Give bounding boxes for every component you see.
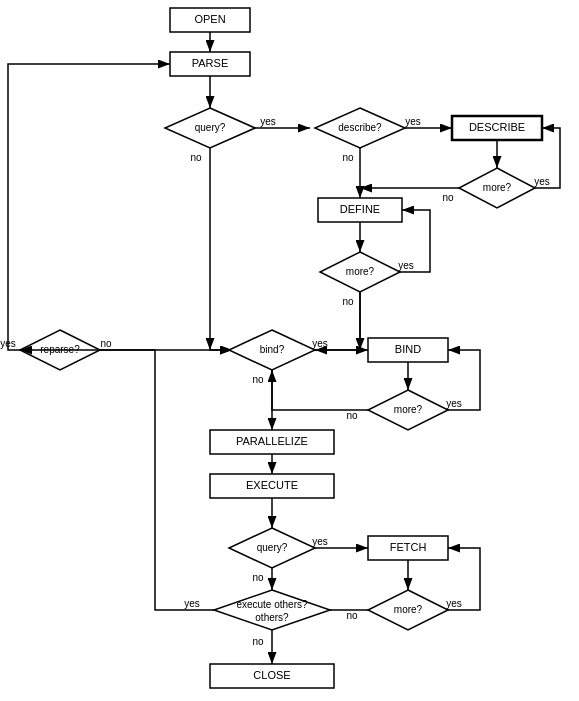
query2-yes-label: yes [312, 536, 328, 547]
more3-yes-label: yes [446, 398, 462, 409]
describe-q-no-label: no [342, 152, 354, 163]
execute-others-diamond [214, 590, 330, 630]
more1-label: more? [483, 182, 512, 193]
close-label: CLOSE [253, 669, 290, 681]
more1-yes-label: yes [534, 176, 550, 187]
more2-no-label: no [342, 296, 354, 307]
query2-no-label: no [252, 572, 264, 583]
query1-yes-label: yes [260, 116, 276, 127]
execute-others-label2: others? [255, 612, 289, 623]
execute-label: EXECUTE [246, 479, 298, 491]
execute-others-no-label: no [252, 636, 264, 647]
more1-no-label: no [442, 192, 454, 203]
bind-q-yes-label: yes [312, 338, 328, 349]
more2-yes-label: yes [398, 260, 414, 271]
arrow-reparse-yes-parse [8, 64, 170, 350]
parallelize-label: PARALLELIZE [236, 435, 308, 447]
bind-label: BIND [395, 343, 421, 355]
bind-q-no-label: no [252, 374, 264, 385]
bind-q-label: bind? [260, 344, 285, 355]
execute-others-yes-label: yes [184, 598, 200, 609]
describe-q-yes-label: yes [405, 116, 421, 127]
more3-no-label: no [346, 410, 358, 421]
more4-label: more? [394, 604, 423, 615]
more2-label: more? [346, 266, 375, 277]
reparse-label: reparse? [40, 344, 80, 355]
arrow-execute-others-yes-reparse [20, 350, 214, 610]
reparse-no-label: no [100, 338, 112, 349]
arrow-more3-no-bind-q [272, 370, 368, 410]
more4-no-label: no [346, 610, 358, 621]
open-label: OPEN [194, 13, 225, 25]
query1-label: query? [195, 122, 226, 133]
define-label: DEFINE [340, 203, 380, 215]
describe-q-label: describe? [338, 122, 382, 133]
parse-label: PARSE [192, 57, 228, 69]
execute-others-label: execute others? [236, 599, 308, 610]
query2-label: query? [257, 542, 288, 553]
fetch-label: FETCH [390, 541, 427, 553]
more3-label: more? [394, 404, 423, 415]
describe-label: DESCRIBE [469, 121, 525, 133]
query1-no-label: no [190, 152, 202, 163]
more4-yes-label: yes [446, 598, 462, 609]
